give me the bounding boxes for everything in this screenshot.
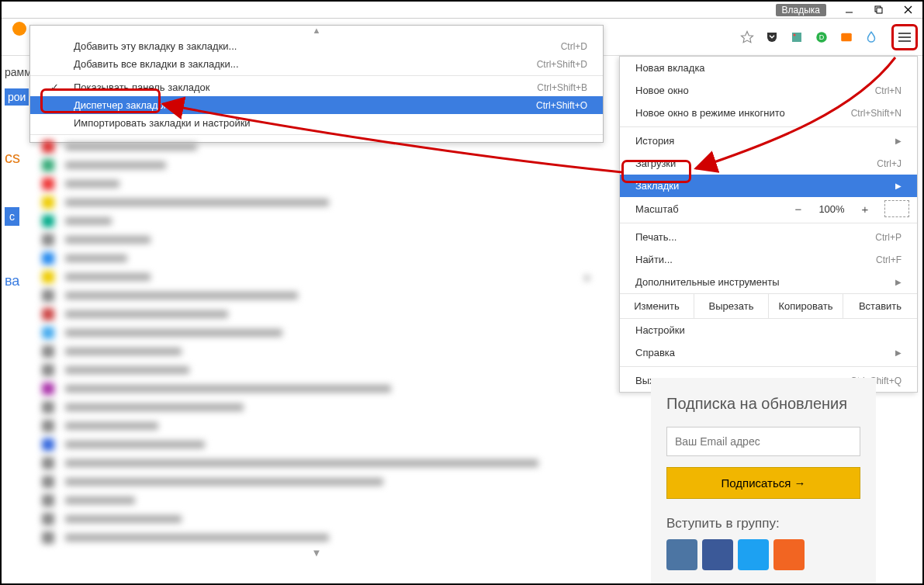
- close-button[interactable]: [893, 2, 922, 19]
- menu-separator: [620, 366, 917, 367]
- list-item[interactable]: [29, 193, 604, 212]
- menu-help[interactable]: Справка▶: [620, 341, 917, 364]
- menu-new-tab[interactable]: Новая вкладка: [620, 57, 917, 79]
- bookmarks-submenu: ▲ Добавить эту вкладку в закладки...Ctrl…: [29, 25, 604, 143]
- svg-marker-5: [742, 31, 753, 42]
- chevron-right-icon: ▶: [895, 137, 902, 145]
- menu-separator: [620, 223, 917, 223]
- subscribe-button[interactable]: Подписаться →: [666, 467, 860, 499]
- maximize-button[interactable]: [863, 2, 893, 19]
- chevron-right-icon: ▶: [895, 182, 902, 190]
- page-favicon: [12, 22, 26, 36]
- menu-settings[interactable]: Настройки: [620, 319, 917, 341]
- email-field[interactable]: [666, 427, 860, 456]
- list-item[interactable]: [29, 156, 604, 175]
- submenu-add-this-tab[interactable]: Добавить эту вкладку в закладки...Ctrl+D: [30, 37, 603, 55]
- submenu-bookmark-manager[interactable]: Диспетчер закладокCtrl+Shift+O: [30, 96, 603, 114]
- menu-new-window[interactable]: Новое окноCtrl+N: [620, 79, 917, 102]
- pocket-icon[interactable]: [761, 26, 783, 48]
- social-icons: [666, 539, 860, 570]
- zoom-out-button[interactable]: −: [787, 201, 810, 217]
- scroll-up-icon[interactable]: ▲: [30, 26, 603, 37]
- clipped-text: cs: [5, 149, 20, 167]
- list-item[interactable]: [29, 454, 604, 472]
- menu-more-tools[interactable]: Дополнительные инструменты▶: [620, 271, 917, 293]
- check-icon: ✓: [50, 81, 59, 93]
- list-item[interactable]: [29, 528, 604, 547]
- clipped-text: с: [5, 207, 19, 226]
- svg-rect-2: [877, 8, 882, 13]
- chevron-right-icon: ▶: [895, 278, 902, 286]
- menu-bookmarks[interactable]: Закладки▶: [620, 175, 917, 197]
- clipped-text: рои: [5, 88, 29, 106]
- main-menu-button[interactable]: [891, 24, 918, 50]
- menu-zoom: Масштаб − 100% +: [620, 197, 917, 220]
- list-item[interactable]: [29, 379, 604, 398]
- twitter-icon[interactable]: [738, 539, 769, 570]
- menu-separator: [30, 75, 603, 76]
- list-item[interactable]: [29, 212, 604, 230]
- list-item[interactable]: [29, 472, 604, 491]
- list-item[interactable]: [29, 286, 604, 305]
- zoom-in-button[interactable]: +: [853, 201, 877, 217]
- menu-edit-row: Изменить Вырезать Копировать Вставить: [620, 293, 917, 319]
- menu-find[interactable]: Найти...Ctrl+F: [620, 248, 917, 271]
- extension-badge-icon[interactable]: [836, 26, 857, 48]
- user-tag: Владыка: [776, 4, 827, 16]
- list-item[interactable]: [29, 342, 604, 361]
- clipped-text: ва: [5, 273, 19, 289]
- list-item[interactable]: [29, 398, 604, 417]
- list-item[interactable]: [29, 324, 604, 342]
- list-item[interactable]: [29, 305, 604, 324]
- menu-paste[interactable]: Вставить: [843, 294, 917, 318]
- menu-downloads[interactable]: ЗагрузкиCtrl+J: [620, 152, 917, 175]
- vk-icon[interactable]: [666, 539, 697, 570]
- chevron-right-icon: ▶: [895, 348, 902, 357]
- subscribe-panel: Подписка на обновления Подписаться → Вст…: [651, 378, 876, 585]
- clipped-text: рамм: [5, 66, 32, 78]
- rss-icon[interactable]: [773, 539, 805, 570]
- hamburger-icon: [898, 33, 911, 42]
- list-item[interactable]: [29, 435, 604, 454]
- menu-copy[interactable]: Копировать: [769, 294, 843, 318]
- star-icon[interactable]: [736, 26, 758, 48]
- list-item[interactable]: [29, 230, 604, 249]
- submenu-show-bar[interactable]: ✓Показывать панель закладокCtrl+Shift+B: [30, 78, 603, 96]
- menu-edit-label: Изменить: [620, 294, 694, 318]
- zoom-value: 100%: [810, 203, 853, 215]
- svg-rect-6: [792, 33, 801, 42]
- minimize-button[interactable]: [834, 2, 863, 19]
- menu-history[interactable]: История▶: [620, 130, 917, 152]
- svg-point-7: [794, 33, 796, 36]
- menu-print[interactable]: Печать...Ctrl+P: [620, 226, 917, 248]
- fullscreen-button[interactable]: [884, 200, 909, 217]
- svg-rect-10: [841, 33, 852, 41]
- list-item[interactable]: [29, 417, 604, 435]
- extension-puzzle-icon[interactable]: [786, 26, 808, 48]
- list-item[interactable]: [29, 137, 604, 156]
- submenu-import[interactable]: Импортировать закладки и настройки: [30, 114, 603, 132]
- menu-separator: [30, 134, 603, 135]
- menu-separator: [620, 126, 917, 127]
- main-menu: Новая вкладка Новое окноCtrl+N Новое окн…: [619, 56, 918, 393]
- extension-drop-icon[interactable]: [860, 26, 882, 48]
- menu-incognito[interactable]: Новое окно в режиме инкогнитоCtrl+Shift+…: [620, 102, 917, 124]
- scroll-down-icon[interactable]: ▼: [29, 547, 604, 559]
- list-item[interactable]: ▶: [29, 268, 604, 286]
- list-item[interactable]: [29, 510, 604, 528]
- window-titlebar: Владыка: [2, 2, 922, 19]
- join-group-label: Вступить в группу:: [666, 516, 860, 531]
- menu-cut[interactable]: Вырезать: [694, 294, 769, 318]
- list-item[interactable]: [29, 175, 604, 193]
- bookmark-list-blurred: ▶ ▼: [29, 137, 604, 559]
- svg-text:D: D: [819, 33, 825, 41]
- list-item[interactable]: [29, 249, 604, 268]
- list-item[interactable]: [29, 491, 604, 510]
- submenu-add-all-tabs[interactable]: Добавить все вкладки в закладки...Ctrl+S…: [30, 55, 603, 73]
- facebook-icon[interactable]: [702, 539, 733, 570]
- subscribe-title: Подписка на обновления: [666, 395, 860, 413]
- list-item[interactable]: [29, 361, 604, 379]
- extension-circle-icon[interactable]: D: [811, 26, 832, 48]
